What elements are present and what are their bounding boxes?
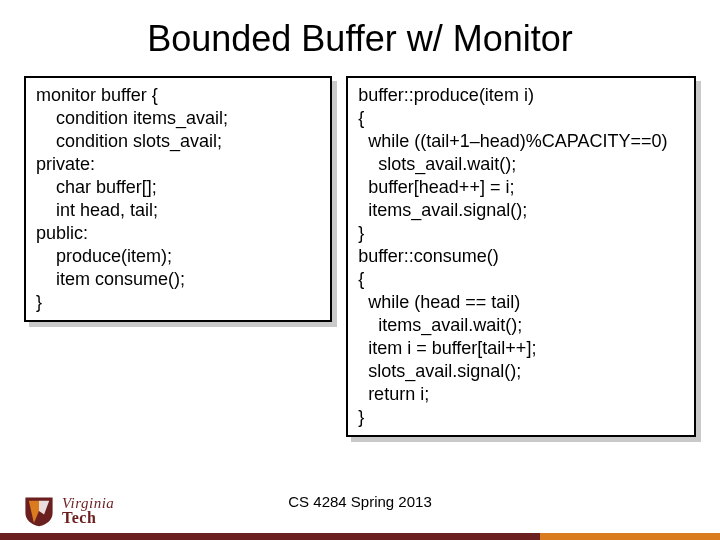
stripe-maroon	[0, 533, 540, 540]
code-box-left-wrap: monitor buffer { condition items_avail; …	[24, 76, 332, 322]
code-box-right-wrap: buffer::produce(item i) { while ((tail+1…	[346, 76, 696, 437]
code-right: buffer::produce(item i) { while ((tail+1…	[358, 84, 684, 429]
slide-title: Bounded Buffer w/ Monitor	[0, 0, 720, 60]
vt-line2: Tech	[62, 510, 114, 526]
code-left: monitor buffer { condition items_avail; …	[36, 84, 320, 314]
code-box-right: buffer::produce(item i) { while ((tail+1…	[346, 76, 696, 437]
footer-stripe	[0, 533, 720, 540]
vt-wordmark: Virginia Tech	[62, 496, 114, 526]
vt-shield-icon	[22, 494, 56, 528]
vt-logo: Virginia Tech	[22, 494, 114, 528]
code-columns: monitor buffer { condition items_avail; …	[0, 60, 720, 437]
code-box-left: monitor buffer { condition items_avail; …	[24, 76, 332, 322]
stripe-orange	[540, 533, 720, 540]
